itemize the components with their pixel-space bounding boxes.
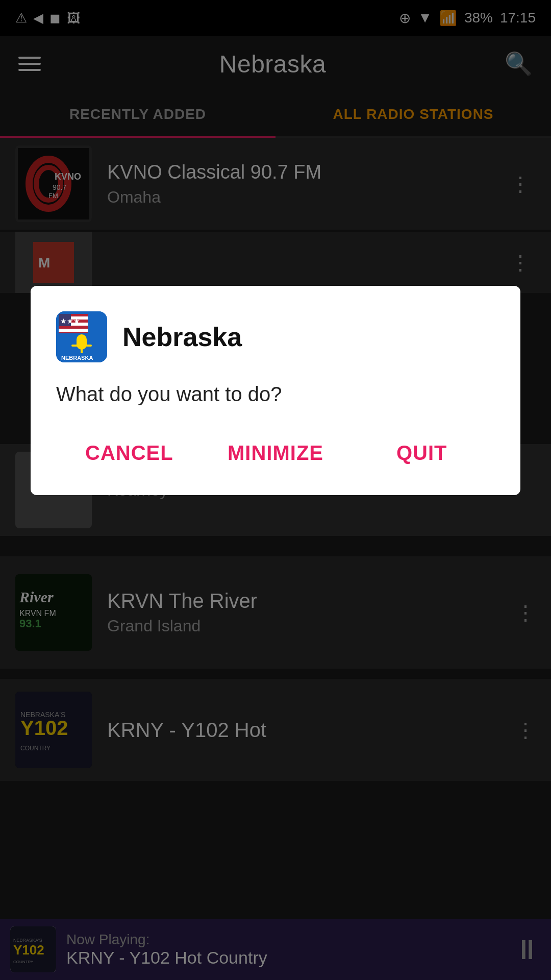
quit-button[interactable]: QUIT (348, 431, 495, 475)
cancel-button[interactable]: CANCEL (56, 431, 203, 475)
dialog: ★★★ NEBRASKA Nebraska What do you want t… (31, 286, 520, 495)
dialog-app-icon: ★★★ NEBRASKA (56, 311, 107, 362)
svg-rect-16 (71, 345, 92, 347)
svg-text:★★★: ★★★ (60, 317, 80, 325)
dialog-actions: CANCEL MINIMIZE QUIT (56, 431, 495, 475)
dialog-header: ★★★ NEBRASKA Nebraska (56, 311, 495, 362)
dialog-title: Nebraska (122, 322, 242, 352)
dialog-message: What do you want to do? (56, 383, 495, 406)
svg-text:NEBRASKA: NEBRASKA (61, 355, 93, 361)
svg-rect-12 (59, 329, 88, 332)
minimize-button[interactable]: MINIMIZE (203, 431, 349, 475)
svg-rect-17 (81, 347, 83, 353)
